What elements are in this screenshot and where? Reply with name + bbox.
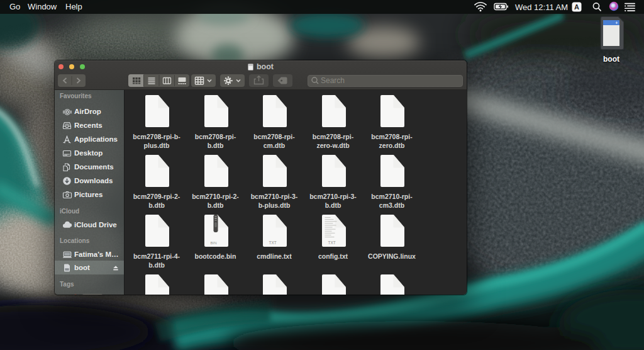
svg-text:TXT: TXT (269, 240, 277, 245)
svg-text:TXT: TXT (328, 240, 335, 245)
svg-text:A: A (574, 3, 579, 11)
svg-text:BIN: BIN (210, 241, 216, 245)
